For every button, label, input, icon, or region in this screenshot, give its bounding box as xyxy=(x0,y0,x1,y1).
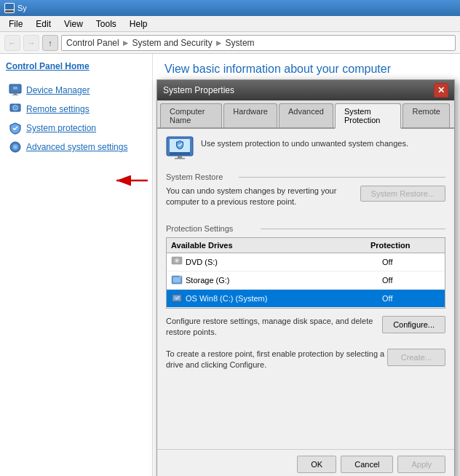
menu-bar: File Edit View Tools Help xyxy=(0,16,460,32)
sidebar-item-device-manager[interactable]: Device Manager xyxy=(6,82,146,99)
tab-remote[interactable]: Remote xyxy=(402,103,450,127)
sidebar-item-device-manager-label: Device Manager xyxy=(26,85,90,95)
tab-system-protection[interactable]: System Protection xyxy=(335,103,402,129)
create-button[interactable]: Create... xyxy=(387,349,445,366)
svg-rect-16 xyxy=(170,152,190,155)
os-drive-icon xyxy=(171,293,183,304)
svg-rect-23 xyxy=(173,277,181,282)
system-restore-button[interactable]: System Restore... xyxy=(360,186,445,202)
main-content: Control Panel Home Device Manager Remote… xyxy=(0,54,460,476)
menu-edit[interactable]: Edit xyxy=(30,17,57,31)
cancel-button[interactable]: Cancel xyxy=(341,456,393,473)
apply-button[interactable]: Apply xyxy=(397,456,445,473)
system-properties-dialog: System Properties ✕ Computer Name Hardwa… xyxy=(156,79,455,476)
title-bar-text: Sy xyxy=(17,4,456,12)
drive-row-storage[interactable]: Storage (G:) Off xyxy=(167,271,445,290)
path-segment-3: System xyxy=(226,38,255,48)
svg-rect-1 xyxy=(5,10,14,12)
configure-button[interactable]: Configure... xyxy=(382,316,445,333)
sp-header: Use system protection to undo unwanted s… xyxy=(166,136,445,164)
ok-button[interactable]: OK xyxy=(297,456,336,473)
svg-point-11 xyxy=(14,146,17,148)
svg-rect-17 xyxy=(178,156,182,158)
title-bar-icon xyxy=(4,3,15,13)
sidebar: Control Panel Home Device Manager Remote… xyxy=(0,54,153,476)
forward-button[interactable]: → xyxy=(23,35,39,51)
remote-settings-icon xyxy=(9,103,22,116)
back-button[interactable]: ← xyxy=(4,35,20,51)
dvd-icon xyxy=(171,256,183,268)
path-segment-2: System and Security xyxy=(132,38,213,48)
system-restore-header: System Restore xyxy=(166,172,445,181)
svg-point-24 xyxy=(180,276,181,277)
tabs-container: Computer Name Hardware Advanced System P… xyxy=(157,100,454,129)
title-bar: Sy xyxy=(0,0,460,16)
dialog-overlay: System Properties ✕ Computer Name Hardwa… xyxy=(156,79,455,476)
device-manager-icon xyxy=(9,84,22,97)
protection-col-header: Protection xyxy=(370,241,429,250)
tab-hardware[interactable]: Hardware xyxy=(223,103,277,127)
sidebar-item-remote-settings-label: Remote settings xyxy=(26,104,90,114)
path-segment-1: Control Panel xyxy=(66,38,119,48)
advanced-settings-icon xyxy=(9,140,22,154)
drive-row-os[interactable]: OS Win8 (C:) (System) Off xyxy=(167,290,445,308)
dialog-title-bar: System Properties ✕ xyxy=(157,80,454,100)
drives-table-header: Available Drives Protection xyxy=(167,238,445,253)
sidebar-item-remote-settings[interactable]: Remote settings xyxy=(6,100,146,118)
sidebar-item-advanced-settings[interactable]: Advanced system settings xyxy=(6,138,146,156)
tab-computer-name[interactable]: Computer Name xyxy=(160,103,222,127)
svg-point-8 xyxy=(15,107,16,108)
protection-settings-header: Protection Settings xyxy=(166,224,445,233)
storage-icon xyxy=(171,274,183,286)
svg-rect-3 xyxy=(14,93,17,95)
configure-area: Configure... Configure restore settings,… xyxy=(166,316,445,343)
svg-rect-5 xyxy=(13,87,17,90)
drives-col-header: Available Drives xyxy=(171,241,370,250)
menu-help[interactable]: Help xyxy=(124,17,154,31)
sidebar-item-system-protection-label: System protection xyxy=(26,123,96,133)
svg-rect-4 xyxy=(12,95,18,95)
svg-rect-0 xyxy=(5,4,14,9)
create-area: Create... To create a restore point, fir… xyxy=(166,349,445,376)
system-protection-icon xyxy=(9,122,22,135)
dialog-title: System Properties xyxy=(163,85,434,95)
tab-advanced[interactable]: Advanced xyxy=(279,103,333,127)
dialog-footer: OK Cancel Apply xyxy=(157,449,454,476)
address-path[interactable]: Control Panel ► System and Security ► Sy… xyxy=(61,35,456,51)
svg-rect-26 xyxy=(173,295,181,301)
sidebar-item-system-protection[interactable]: System protection xyxy=(6,119,146,137)
sidebar-title[interactable]: Control Panel Home xyxy=(6,61,146,71)
sidebar-item-advanced-settings-label: Advanced system settings xyxy=(26,142,127,152)
sp-description: Use system protection to undo unwanted s… xyxy=(201,136,408,148)
sp-icon xyxy=(166,136,194,164)
menu-tools[interactable]: Tools xyxy=(90,17,122,31)
dialog-content: Use system protection to undo unwanted s… xyxy=(157,129,454,449)
drive-row-dvd[interactable]: DVD (S:) Off xyxy=(167,253,445,271)
menu-view[interactable]: View xyxy=(58,17,89,31)
dialog-close-button[interactable]: ✕ xyxy=(434,83,448,98)
svg-point-21 xyxy=(176,260,178,261)
drives-table: Available Drives Protection xyxy=(166,237,445,309)
content-title: View basic information about your comput… xyxy=(164,63,448,76)
menu-file[interactable]: File xyxy=(3,17,28,31)
up-button[interactable]: ↑ xyxy=(42,35,58,51)
address-bar: ← → ↑ Control Panel ► System and Securit… xyxy=(0,32,460,54)
svg-rect-18 xyxy=(175,158,185,159)
drives-table-body[interactable]: DVD (S:) Off xyxy=(167,253,445,308)
